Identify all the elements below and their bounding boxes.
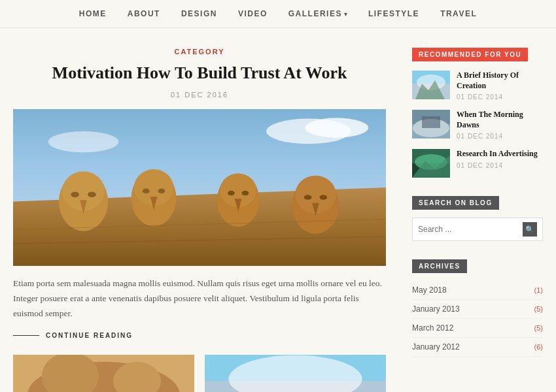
main-nav: HOME ABOUT DESIGN VIDEO GALLERIES ▾ LIFE… [0,0,556,28]
recommended-section: RECOMMENDED FOR YOU A Brief History Of C… [412,48,543,178]
bottom-image-2 [205,355,386,392]
chevron-down-icon: ▾ [344,10,347,18]
svg-point-13 [143,188,150,193]
archive-count-2: (5) [534,324,543,332]
page-container: CATEGORY Motivation How To Build Trust A… [0,28,556,392]
article-image-visual [13,109,386,266]
archive-label-3[interactable]: January 2012 [412,342,460,351]
rec-item-1: When The Morning Dawns 01 DEC 2014 [412,110,543,140]
article-title: Motivation How To Build Trust At Work [13,62,386,84]
bottom-image-2-visual [205,355,386,392]
rec-item-2: Research In Advertising 01 DEC 2014 [412,149,543,178]
rec-date-0: 01 DEC 2014 [457,93,543,101]
rec-text-1: When The Morning Dawns 01 DEC 2014 [457,110,543,140]
svg-point-24 [319,195,327,200]
svg-point-18 [228,191,235,196]
bottom-image-1 [13,355,194,392]
rec-thumb-2 [412,149,450,178]
archive-count-0: (1) [534,286,543,294]
mount-rushmore-svg [13,109,386,266]
archive-label-0[interactable]: May 2018 [412,286,447,295]
article-date: 01 DEC 2016 [13,91,386,99]
svg-point-9 [88,191,96,197]
article-featured-image [13,109,386,266]
search-heading: SEARCH ON BLOG [412,196,499,210]
nav-lifestyle[interactable]: LIFESTYLE [368,9,419,18]
svg-point-3 [48,131,119,152]
rec-item-0: A Brief History Of Creation 01 DEC 2014 [412,71,543,101]
nav-galleries-label[interactable]: GALLERIES [288,9,342,18]
nav-video[interactable]: VIDEO [238,9,268,18]
nav-about[interactable]: ABOUT [128,9,160,18]
continue-reading-label: CONTINUE READING [46,332,133,339]
search-icon: 🔍 [525,225,534,234]
rec-text-0: A Brief History Of Creation 01 DEC 2014 [457,71,543,101]
rec-thumb-0-visual [412,71,450,99]
rec-thumb-1-visual [412,110,450,139]
archive-item-2: March 2012 (5) [412,319,543,338]
archive-label-1[interactable]: January 2013 [412,304,460,314]
rec-thumb-0 [412,71,450,99]
continue-reading-link[interactable]: CONTINUE READING [13,332,386,339]
svg-point-19 [242,191,249,196]
sidebar: RECOMMENDED FOR YOU A Brief History Of C… [412,48,543,392]
svg-point-2 [305,118,368,137]
rec-thumb-1 [412,110,450,139]
archive-item-3: January 2012 (6) [412,338,543,357]
svg-point-29 [42,355,99,392]
article-body: Etiam porta sem malesuada magna mollis e… [13,276,386,321]
archives-section: ARCHIVES May 2018 (1) January 2013 (5) M… [412,259,543,357]
rec-title-1[interactable]: When The Morning Dawns [457,110,543,130]
svg-point-8 [71,191,79,197]
rec-date-2: 01 DEC 2014 [457,162,538,169]
svg-point-23 [304,195,312,200]
bottom-image-1-visual [13,355,194,392]
category-label: CATEGORY [13,48,386,56]
svg-rect-41 [422,116,440,128]
archive-label-2[interactable]: March 2012 [412,323,453,333]
svg-point-14 [158,188,165,193]
rec-text-2: Research In Advertising 01 DEC 2014 [457,149,538,169]
main-content: CATEGORY Motivation How To Build Trust A… [13,48,386,392]
search-box: 🔍 [412,218,543,241]
archives-heading: ARCHIVES [412,259,467,273]
search-section: SEARCH ON BLOG 🔍 [412,196,543,241]
search-button[interactable]: 🔍 [523,222,537,237]
nav-home[interactable]: HOME [79,9,107,18]
bottom-images [13,355,386,392]
search-input[interactable] [418,225,519,234]
archive-count-1: (5) [534,305,543,313]
archive-count-3: (6) [534,343,543,351]
recommended-heading: RECOMMENDED FOR YOU [412,48,528,61]
nav-galleries[interactable]: GALLERIES ▾ [288,9,347,18]
rec-title-2[interactable]: Research In Advertising [457,149,538,159]
archive-item-0: May 2018 (1) [412,281,543,300]
rec-date-1: 01 DEC 2014 [457,133,543,140]
nav-travel[interactable]: TRAVEL [440,9,477,18]
rec-title-0[interactable]: A Brief History Of Creation [457,71,543,91]
nav-design[interactable]: DESIGN [181,9,217,18]
continue-reading-line [13,335,39,336]
archive-item-1: January 2013 (5) [412,300,543,319]
rec-thumb-2-visual [412,149,450,178]
